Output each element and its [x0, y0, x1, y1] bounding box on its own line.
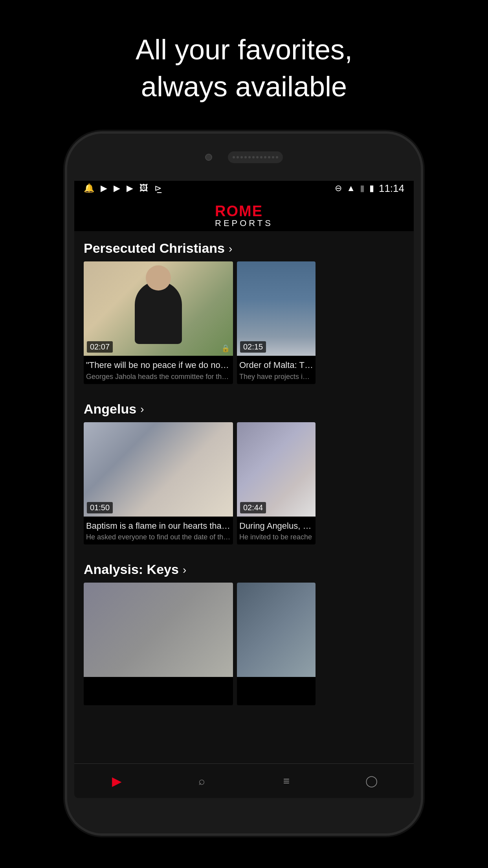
section-persecuted-christians: Persecuted Christians › 02:07: [74, 231, 414, 392]
video-title-3: Baptism is a flame in our hearts that fe…: [86, 520, 231, 532]
signal-icon: ▮: [360, 183, 365, 193]
notification-icon: 🔔: [84, 183, 94, 193]
nav-item-profile[interactable]: ◯: [329, 764, 414, 798]
phone-bottom-bezel: [67, 794, 421, 833]
section-header-angelus[interactable]: Angelus ›: [74, 392, 414, 422]
phone-frame: 🔔 ▶ ▶ ▶ 🖼 ⊳̲ ⊖ ▲ ▮ ▮ 11:14 ROME REPOR: [67, 134, 421, 833]
section-header-analysis[interactable]: Analysis: Keys ›: [74, 552, 414, 583]
video-card-pope1[interactable]: 01:50 Baptism is a flame in our hearts t…: [84, 422, 233, 545]
video-card-priest[interactable]: 02:07 🔒 "There will be no peace if we do…: [84, 261, 233, 384]
section-angelus: Angelus › 01:50 Baptism is a flame in ou…: [74, 392, 414, 553]
speaker-grill: [228, 151, 283, 163]
video-thumb-boat: 02:15: [237, 261, 316, 356]
video-desc-2: They have projects in Ir...: [239, 373, 313, 381]
video-row-angelus: 01:50 Baptism is a flame in our hearts t…: [74, 422, 414, 553]
wifi-icon: ▲: [347, 183, 355, 193]
video-duration-4: 02:44: [240, 502, 266, 513]
promo-text: All your favorites, always available: [0, 31, 488, 105]
video-info-1: "There will be no peace if we do not for…: [84, 356, 233, 384]
section-header-persecuted[interactable]: Persecuted Christians ›: [74, 231, 414, 261]
do-not-disturb-icon: ⊖: [335, 183, 342, 193]
chevron-right-icon-persecuted: ›: [229, 243, 232, 255]
app-header: ROME REPORTS: [74, 200, 414, 231]
nav-item-home[interactable]: ▶: [74, 764, 159, 798]
video-info-5: [84, 677, 233, 705]
play1-icon: ▶: [101, 183, 107, 193]
logo-rome: ROME: [215, 203, 263, 219]
status-time: 11:14: [379, 182, 404, 195]
video-duration-3: 01:50: [87, 502, 113, 513]
image-icon: 🖼: [139, 183, 148, 193]
video-row-analysis: [74, 583, 414, 713]
video-card-analysis2[interactable]: [237, 583, 316, 705]
video-thumb-pope1: 01:50: [84, 422, 233, 517]
video-title-4: During Angelus, pop: [239, 520, 313, 532]
promo-line2: always available: [141, 71, 347, 102]
video-duration-1: 02:07: [87, 341, 113, 353]
section-title-angelus: Angelus: [84, 401, 136, 417]
play2-icon: ▶: [114, 183, 120, 193]
video-title-2: Order of Malta: The: [239, 360, 313, 371]
video-desc-4: He invited to be reache: [239, 533, 313, 541]
video-info-4: During Angelus, pop He invited to be rea…: [237, 517, 316, 545]
camera-dot: [205, 154, 212, 161]
video-title-5: [86, 681, 231, 692]
video-card-boat[interactable]: 02:15 Order of Malta: The They have proj…: [237, 261, 316, 384]
video-desc-1: Georges Jahola heads the committee for t…: [86, 373, 231, 381]
video-title-1: "There will be no peace if we do not for…: [86, 360, 231, 371]
logo-reports: REPORTS: [215, 218, 273, 228]
battery-icon: ▮: [369, 183, 374, 193]
phone-screen: 🔔 ▶ ▶ ▶ 🖼 ⊳̲ ⊖ ▲ ▮ ▮ 11:14 ROME REPOR: [74, 177, 414, 798]
video-thumb-analysis1: [84, 583, 233, 677]
nav-icon-search: ⌕: [198, 775, 205, 787]
section-title-analysis: Analysis: Keys: [84, 562, 179, 577]
video-desc-3: He asked everyone to find out the date o…: [86, 533, 231, 541]
video-row-persecuted: 02:07 🔒 "There will be no peace if we do…: [74, 261, 414, 392]
video-thumb-pope2: 02:44: [237, 422, 316, 517]
video-info-2: Order of Malta: The They have projects i…: [237, 356, 316, 384]
nav-icon-list: ≡: [283, 775, 290, 787]
video-card-pope2[interactable]: 02:44 During Angelus, pop He invited to …: [237, 422, 316, 545]
promo-line1: All your favorites,: [136, 34, 352, 65]
cast-icon: ⊳̲: [154, 183, 161, 193]
section-title-persecuted: Persecuted Christians: [84, 241, 225, 256]
nav-icon-play: ▶: [112, 774, 122, 789]
app-logo: ROME REPORTS: [215, 203, 273, 228]
video-thumb-priest: 02:07 🔒: [84, 261, 233, 356]
nav-item-list[interactable]: ≡: [244, 764, 329, 798]
video-thumb-analysis2: [237, 583, 316, 677]
status-left-icons: 🔔 ▶ ▶ ▶ 🖼 ⊳̲: [84, 183, 161, 193]
lock-icon-1: 🔒: [221, 344, 230, 353]
play3-icon: ▶: [127, 183, 133, 193]
nav-item-search[interactable]: ⌕: [159, 764, 244, 798]
chevron-right-icon-angelus: ›: [140, 403, 144, 416]
phone-top-bezel: [67, 134, 421, 181]
video-desc-5: [86, 694, 231, 702]
section-analysis: Analysis: Keys ›: [74, 552, 414, 713]
chevron-right-icon-analysis: ›: [183, 564, 186, 576]
nav-icon-profile: ◯: [365, 774, 378, 787]
status-right-icons: ⊖ ▲ ▮ ▮ 11:14: [335, 182, 404, 195]
video-info-3: Baptism is a flame in our hearts that fe…: [84, 517, 233, 545]
video-card-analysis1[interactable]: [84, 583, 233, 705]
video-duration-2: 02:15: [240, 341, 266, 353]
bottom-nav: ▶ ⌕ ≡ ◯: [74, 763, 414, 798]
app-content[interactable]: ROME REPORTS Persecuted Christians ›: [74, 200, 414, 763]
